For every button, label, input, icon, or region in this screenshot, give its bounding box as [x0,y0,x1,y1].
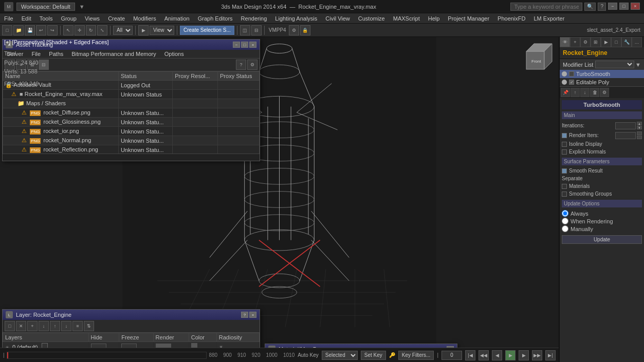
at-settings-btn[interactable]: ⚙ [247,60,257,70]
rpt-extra[interactable]: … [632,37,642,47]
menu-project-manager[interactable]: Project Manager [444,14,493,23]
menu-group[interactable]: Group [57,14,81,23]
filter-select[interactable]: All [113,26,133,35]
mod-cb-checked[interactable]: ✓ [569,80,574,85]
render-frame-btn[interactable]: ▶ [138,25,149,35]
menu-modifiers[interactable]: Modifiers [129,14,160,23]
rpt-modify[interactable]: ⚙ [580,37,591,47]
rpt-motion[interactable]: ▶ [601,37,611,47]
table-row[interactable]: ⚠ PNG rocket_ior.png Unknown Statu... [3,127,260,136]
ts-smooth-groups-cb[interactable] [562,192,567,197]
at-menu-bitmap-perf[interactable]: Bitmap Performance and Memory [67,50,160,58]
table-row[interactable]: ⚠ PNG rocket_Normal.png Unknown Statu... [3,136,260,145]
at-minimize-btn[interactable]: − [233,42,240,48]
menu-views[interactable]: Views [81,14,104,23]
rpt-create[interactable]: + [570,37,580,47]
bs-btn3[interactable]: ◀ [492,350,502,360]
at-close-btn[interactable]: × [249,42,256,48]
menu-maxscript[interactable]: MAXScript [389,14,424,23]
ts-explicit-cb[interactable] [562,149,567,155]
selection-set-btn[interactable]: Create Selection S... [180,26,234,35]
lock-btn[interactable]: 🔒 [300,25,310,35]
modifier-turbosmooth[interactable]: TurboSmooth [560,70,644,78]
bs-btn4[interactable]: ▶ [519,350,529,360]
lw-down-btn[interactable]: ↓ [61,321,71,331]
bs-btn6[interactable]: ▶| [545,350,556,360]
menu-rendering[interactable]: Rendering [237,14,271,23]
rpt-hierarchy[interactable]: ⊞ [591,37,601,47]
lw-add-btn[interactable]: + [27,321,38,331]
lw-select-btn[interactable]: ↓ [39,321,49,331]
undo-btn[interactable]: ↩ [36,25,46,35]
table-row[interactable]: ⚠ PNG rocket_Diffuse.png Unknown Statu..… [3,108,260,118]
rotate-btn[interactable]: ↻ [86,25,96,35]
at-maximize-btn[interactable]: □ [241,42,248,48]
key-filters-btn[interactable]: Key Filters... [398,351,434,360]
ts-when-rendering-radio[interactable] [562,218,568,224]
bs-btn5[interactable]: ▶▶ [532,350,542,360]
layer-titlebar[interactable]: L Layer: Rocket_Engine ? × [3,310,260,320]
mod-cb[interactable] [569,71,574,77]
settings-btn[interactable]: ⚙ [289,25,299,35]
at-help-btn[interactable]: ? [236,60,246,70]
view-select[interactable]: View [150,26,174,35]
help-icon[interactable]: ? [598,3,606,11]
redo-btn[interactable]: ↪ [47,25,58,35]
menu-help[interactable]: Help [424,14,444,23]
rpt-display[interactable]: 👁 [560,37,570,47]
layer-close-btn[interactable]: × [249,312,256,318]
save-btn[interactable]: 💾 [25,25,35,35]
menu-animation[interactable]: Animation [160,14,194,23]
ts-iters-up[interactable]: ▲ [637,122,642,125]
at-menu-paths[interactable]: Paths [45,50,67,58]
table-row[interactable]: 📁 Maps / Shaders [3,99,260,108]
menu-tools[interactable]: Tools [35,14,57,23]
ts-update-btn[interactable]: Update [562,235,642,244]
menu-lighting[interactable]: Lighting Analysis [271,14,321,23]
lw-up-btn[interactable]: ↑ [50,321,60,331]
table-row[interactable]: ⚠ PNG rocket_Reflection.png Unknown Stat… [3,145,260,154]
modifier-list-select[interactable] [595,61,634,68]
menu-graph-editors[interactable]: Graph Editors [194,14,237,23]
table-row[interactable]: ⚠ ■ Rocket_Engine_max_vray.max Unknown S… [3,90,260,99]
ml-dropdown-icon[interactable]: ▼ [635,62,641,68]
lw-delete-btn[interactable]: ✕ [16,321,26,331]
bs-play-btn[interactable]: ▶ [505,350,516,360]
lw-create-btn[interactable]: □ [5,321,15,331]
move-btn[interactable]: ✛ [75,25,85,35]
ts-always-radio[interactable] [562,210,568,217]
workspace-button[interactable]: Workspace: Default [16,3,75,11]
rpt-utility[interactable]: 🔧 [621,37,632,47]
timeline-track[interactable] [7,352,207,359]
mod-move-down-icon[interactable]: ↓ [580,88,590,97]
frame-input[interactable]: 0 [441,351,462,360]
bs-btn1[interactable]: |◀ [465,350,475,360]
menu-file[interactable]: File [0,14,17,23]
bs-btn2[interactable]: ◀◀ [479,350,489,360]
table-row[interactable]: ⚠ PNG rocket_Glossiness.png Unknown Stat… [3,118,260,127]
selected-select[interactable]: Selected [322,351,358,360]
ts-iters-down[interactable]: ▼ [637,126,642,129]
mirror-btn[interactable]: ◫ [240,25,250,35]
ts-render-input[interactable]: 1 [615,132,636,139]
table-row[interactable]: 🔒 Autodesk Vault Logged Out [3,81,260,90]
select-btn[interactable]: ↖ [63,25,73,35]
maximize-button[interactable]: □ [619,3,629,10]
modifier-editable-poly[interactable]: ✓ Editable Poly [560,78,644,86]
viewport-cube[interactable]: Front [524,41,555,72]
menu-lm-exporter[interactable]: LM Exporter [529,14,568,23]
lw-sort-btn[interactable]: ⇅ [84,321,94,331]
menu-edit[interactable]: Edit [17,14,35,23]
ts-render-cb[interactable] [562,133,567,138]
ts-iters-input[interactable]: 0 [615,122,636,129]
at-menu-options[interactable]: Options [160,50,188,58]
lw-misc-btn[interactable]: ≡ [72,321,83,331]
scale-btn[interactable]: ⤡ [97,25,107,35]
open-btn[interactable]: 📁 [13,25,24,35]
rpt-display-2[interactable]: □ [611,37,621,47]
ts-render-up[interactable] [637,131,642,135]
minimize-button[interactable]: − [608,3,617,10]
ts-materials-cb[interactable] [562,184,567,189]
menu-phoenixfd[interactable]: PhoenixFD [493,14,529,23]
menu-customize[interactable]: Customize [354,14,389,23]
